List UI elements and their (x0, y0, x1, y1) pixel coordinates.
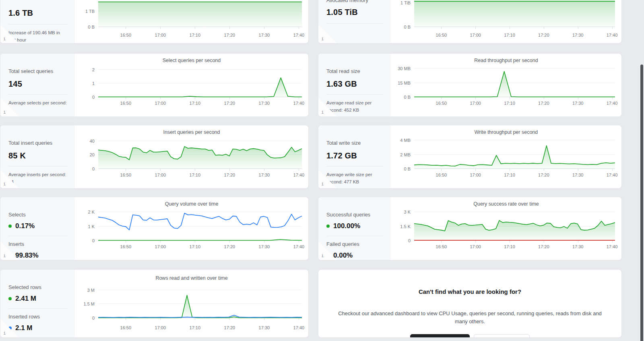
card-write-size: Total write size 1.72 GB Average write s… (318, 125, 622, 189)
y-axis: 01 K2 K (75, 209, 98, 241)
metric-label: Total insert queries (8, 140, 68, 146)
x-tick-label: 17:30 (259, 325, 270, 330)
y-tick-label: 2 MB (400, 152, 411, 157)
y-tick-label: 2 (92, 67, 95, 72)
metric-label: Allocated memory (326, 0, 384, 4)
card-allocated-memory: Allocated memory 1.05 TiB i 0 B1 TiB 16:… (318, 0, 622, 44)
x-tick-label: 17:30 (259, 33, 270, 37)
x-tick-label: 17:10 (190, 33, 201, 37)
x-axis: 16:5017:0017:1017:2017:3017:40 (414, 27, 615, 43)
divider (326, 94, 384, 95)
y-tick-label: 0 (408, 238, 411, 243)
chart-title: Read throughput per second (391, 58, 621, 66)
x-tick-label: 17:00 (155, 244, 166, 249)
y-tick-label: 0 B (404, 95, 411, 100)
y-axis: 0 B1 TB (75, 0, 98, 27)
info-icon[interactable]: i (3, 37, 6, 41)
chart-rows-read-written: Rows read and written over time 01.5 M3 … (75, 270, 308, 337)
x-tick-label: 17:40 (607, 101, 618, 106)
x-tick-label: 17:30 (259, 244, 270, 249)
advanced-dashboard-button[interactable]: Advanced Dashboard (410, 334, 470, 338)
divider (326, 166, 384, 166)
chart-svg (98, 287, 302, 318)
memory-allocated-area (414, 1, 615, 27)
info-icon[interactable]: i (3, 254, 6, 258)
chart-plot[interactable] (414, 137, 615, 169)
metric-label: Total write size (326, 140, 384, 146)
divider (8, 94, 68, 95)
info-icon[interactable]: i (321, 254, 324, 258)
chart-svg (98, 66, 302, 97)
info-icon[interactable]: i (321, 110, 324, 114)
request-new-metric-button[interactable]: Request new metric (474, 334, 529, 338)
x-tick-label: 17:20 (224, 33, 235, 37)
divider (8, 236, 68, 236)
x-tick-label: 17:10 (190, 325, 201, 330)
chart-plot[interactable] (414, 66, 615, 97)
y-tick-label: 3 K (404, 210, 411, 214)
x-tick-label: 17:40 (293, 101, 305, 106)
chart-plot[interactable] (98, 0, 302, 27)
chart-plot[interactable] (98, 287, 302, 318)
chart-title: Select queries per second (75, 58, 308, 66)
chart-plot[interactable] (98, 209, 302, 241)
card-query-volume: Selects 0.17% Inserts 99.83% i Query vol… (0, 197, 309, 260)
y-axis: 01.5 M3 M (75, 287, 98, 318)
info-icon[interactable]: i (3, 110, 6, 114)
y-tick-label: 0 (92, 238, 95, 243)
chart-success-rate: Query success rate over time 01.5 K3 K 1… (391, 197, 621, 260)
chart-plot[interactable] (414, 0, 615, 27)
y-tick-label: 1 (92, 81, 95, 86)
metric-value: 1.72 GB (326, 151, 384, 160)
x-axis: 16:5017:0017:1017:2017:3017:40 (98, 27, 302, 43)
info-icon[interactable]: i (3, 182, 6, 186)
card-insert-queries: Total insert queries 85 K Average insert… (0, 125, 309, 189)
y-tick-label: 15 MB (398, 81, 411, 85)
y-axis: 0 B1 TiB (391, 0, 414, 27)
x-axis: 16:5017:0017:1017:2017:3017:40 (98, 97, 302, 116)
x-tick-label: 17:30 (572, 173, 584, 177)
selects-per-second-area (98, 78, 302, 97)
chart-plot[interactable] (98, 137, 302, 169)
x-tick-label: 16:50 (436, 173, 447, 177)
divider (8, 308, 68, 309)
metric-summary: Selects 0.17% Inserts 99.83% i (0, 197, 75, 260)
x-tick-label: 16:50 (436, 244, 447, 249)
x-tick-label: 17:10 (190, 244, 201, 249)
read-throughput-area (414, 71, 615, 97)
chart-svg (414, 137, 615, 169)
chart-allocated-memory: 0 B1 TiB 16:5017:0017:1017:2017:3017:40 (391, 0, 621, 43)
info-icon[interactable]: i (321, 182, 324, 186)
stat-value: 0.17% (15, 222, 35, 230)
x-tick-label: 17:40 (293, 173, 305, 177)
chart-plot[interactable] (414, 209, 615, 241)
x-tick-label: 17:20 (538, 101, 549, 106)
x-tick-label: 17:20 (224, 173, 235, 177)
chart-svg (414, 66, 615, 97)
cta-body: Checkout our advanced dashboard to view … (334, 310, 605, 325)
y-tick-label: 0 B (404, 166, 411, 171)
info-icon[interactable]: i (321, 37, 324, 41)
y-tick-label: 0 (92, 95, 95, 100)
info-icon[interactable]: i (3, 331, 6, 335)
x-tick-label: 17:20 (224, 101, 235, 106)
x-tick-label: 17:20 (224, 244, 235, 249)
stat-row: 100.00% (326, 222, 384, 230)
chart-svg (98, 209, 302, 241)
y-tick-label: 3 M (87, 288, 95, 293)
y-tick-label: 2 K (88, 210, 95, 214)
x-tick-label: 17:20 (538, 173, 549, 177)
x-tick-label: 17:10 (504, 101, 515, 106)
vertical-scrollbar-thumb[interactable] (640, 64, 643, 341)
metric-summary: 1.6 TB Increase of 190.46 MB in last hou… (0, 0, 75, 43)
x-tick-label: 17:10 (504, 33, 515, 37)
x-tick-label: 16:50 (120, 173, 132, 177)
x-tick-label: 16:50 (120, 101, 132, 106)
metric-summary: Selected rows 2.41 M Inserted rows 2.1 M… (0, 270, 75, 337)
read-throughput-line (414, 71, 615, 97)
chart-plot[interactable] (98, 66, 302, 97)
y-tick-label: 20 (90, 152, 95, 157)
x-tick-label: 16:50 (436, 101, 447, 106)
chart-disk-usage: 0 B1 TB 16:5017:0017:1017:2017:3017:40 (75, 0, 308, 43)
x-tick-label: 17:20 (538, 244, 549, 249)
